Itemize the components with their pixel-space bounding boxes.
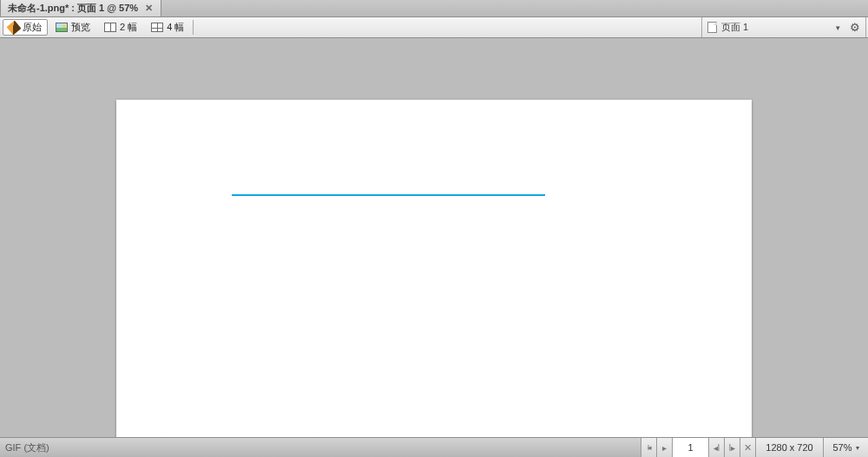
document-tab-title: 未命名-1.png* : 页面 1 @ 57% xyxy=(8,2,138,15)
status-right: I◂ ▸ 1 ◂I I▸ ✕ 1280 x 720 57% ▾ xyxy=(641,438,868,457)
view-toolbar-right: 页面 1 ▾ ⚙ xyxy=(701,17,868,37)
page-selector-label: 页面 1 xyxy=(721,21,748,34)
zoom-level[interactable]: 57% ▾ xyxy=(823,438,868,457)
toolbar-spacer xyxy=(195,17,701,37)
four-up-view-label: 4 幅 xyxy=(167,21,184,34)
page-icon xyxy=(707,22,717,33)
split-two-icon xyxy=(104,23,116,32)
pen-icon xyxy=(7,20,22,35)
zoom-level-value: 57% xyxy=(832,442,852,453)
image-icon xyxy=(56,23,68,32)
four-up-view-button[interactable]: 4 幅 xyxy=(145,19,190,36)
original-view-label: 原始 xyxy=(23,21,42,34)
chevron-down-icon: ▾ xyxy=(856,444,859,452)
canvas[interactable] xyxy=(116,100,752,437)
line-shape[interactable] xyxy=(232,194,545,196)
workspace[interactable] xyxy=(0,38,868,437)
two-up-view-label: 2 幅 xyxy=(120,21,137,34)
two-up-view-button[interactable]: 2 幅 xyxy=(98,19,143,36)
page-selector[interactable]: 页面 1 ▾ ⚙ xyxy=(701,17,866,37)
page-number-input[interactable]: 1 xyxy=(672,438,708,457)
prev-page-button[interactable]: ▸ xyxy=(656,438,672,457)
close-tab-icon[interactable]: ✕ xyxy=(143,3,154,14)
first-page-button[interactable]: I◂ xyxy=(641,438,656,457)
original-view-button[interactable]: 原始 xyxy=(3,19,48,36)
chevron-down-icon: ▾ xyxy=(836,23,840,32)
view-toolbar: 原始 预览 2 幅 4 幅 页面 1 ▾ ⚙ xyxy=(0,17,868,38)
next-frame-button[interactable]: I▸ xyxy=(724,438,740,457)
view-toolbar-left: 原始 预览 2 幅 4 幅 xyxy=(0,17,195,37)
canvas-dimensions[interactable]: 1280 x 720 xyxy=(755,438,823,457)
close-nav-icon[interactable]: ✕ xyxy=(740,438,755,457)
toolbar-separator xyxy=(193,20,194,35)
preview-view-button[interactable]: 预览 xyxy=(49,19,96,36)
split-four-icon xyxy=(151,23,163,32)
document-tab[interactable]: 未命名-1.png* : 页面 1 @ 57% ✕ xyxy=(0,0,161,16)
tab-bar: 未命名-1.png* : 页面 1 @ 57% ✕ xyxy=(0,0,868,17)
export-settings-icon[interactable]: ⚙ xyxy=(850,21,860,34)
status-bar: GIF (文档) I◂ ▸ 1 ◂I I▸ ✕ 1280 x 720 57% ▾ xyxy=(0,437,868,457)
status-format-text: GIF (文档) xyxy=(0,441,49,454)
preview-view-label: 预览 xyxy=(71,21,90,34)
prev-frame-button[interactable]: ◂I xyxy=(708,438,724,457)
